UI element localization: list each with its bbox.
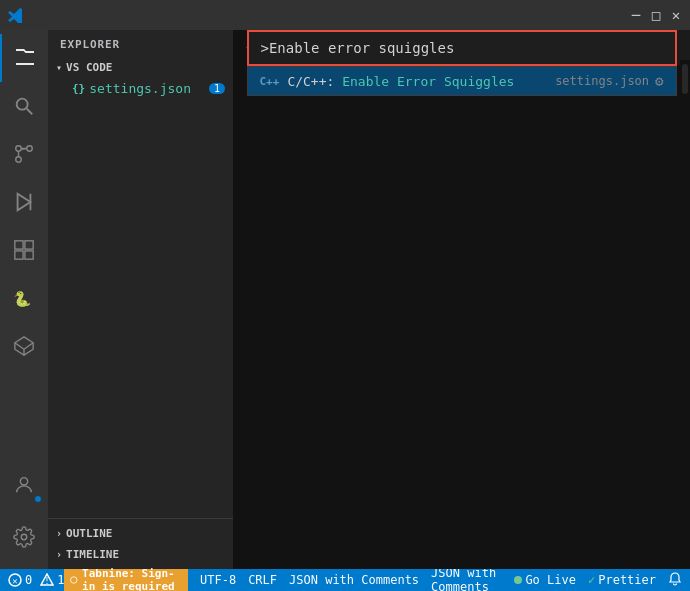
titlebar-controls[interactable]: ─ □ ✕ <box>630 9 682 21</box>
svg-point-3 <box>27 146 33 152</box>
activity-bar-bottom <box>0 461 48 569</box>
timeline-label: TIMELINE <box>66 548 119 561</box>
tabnine-icon <box>70 573 78 587</box>
svg-text:!: ! <box>45 576 50 586</box>
command-input-wrapper <box>247 30 677 66</box>
sidebar-section-label: VS CODE <box>66 61 112 74</box>
status-prettier[interactable]: ✓ Prettier <box>588 573 656 587</box>
error-count: 0 <box>25 573 32 587</box>
tabnine-label: Tabnine: Sign-in is required <box>82 567 182 591</box>
chevron-right-icon: › <box>56 528 62 539</box>
account-badge <box>34 495 42 503</box>
status-warnings[interactable]: ! 1 <box>40 573 64 587</box>
activity-item-run[interactable] <box>0 178 48 226</box>
svg-point-15 <box>21 534 27 540</box>
warning-icon: ! <box>40 573 54 587</box>
warning-count: 1 <box>57 573 64 587</box>
file-badge: 1 <box>209 83 225 94</box>
svg-rect-7 <box>15 241 23 249</box>
activity-item-search[interactable] <box>0 82 48 130</box>
vscode-icon <box>8 7 24 23</box>
sidebar-section-timeline[interactable]: › TIMELINE <box>48 544 233 565</box>
svg-rect-8 <box>25 241 33 249</box>
chevron-right-icon-2: › <box>56 549 62 560</box>
command-palette-input[interactable] <box>249 32 675 64</box>
sidebar-header: EXPLORER <box>48 30 233 55</box>
svg-marker-5 <box>18 194 31 211</box>
status-notifications[interactable] <box>668 572 682 589</box>
go-live-label: Go Live <box>525 573 576 587</box>
outline-label: OUTLINE <box>66 527 112 540</box>
svg-rect-10 <box>25 251 33 259</box>
activity-bar: 🐍 <box>0 30 48 569</box>
svg-point-20 <box>71 577 77 583</box>
editor-area: C++ C/C++: Enable Error Squiggles settin… <box>233 30 690 569</box>
command-results: C++ C/C++: Enable Error Squiggles settin… <box>247 66 677 96</box>
svg-text:✕: ✕ <box>12 576 17 586</box>
status-encoding[interactable]: UTF-8 <box>200 573 236 587</box>
result-context: settings.json <box>555 74 649 88</box>
language-label[interactable]: JSON with Comments <box>431 566 502 591</box>
prettier-check-icon: ✓ <box>588 573 595 587</box>
svg-point-2 <box>16 146 22 152</box>
sidebar-section-outline[interactable]: › OUTLINE <box>48 523 233 544</box>
status-right: Tabnine: Sign-in is required UTF-8 CRLF … <box>64 566 682 591</box>
tabnine-section[interactable]: Tabnine: Sign-in is required <box>64 569 188 591</box>
activity-item-explorer[interactable] <box>0 34 48 82</box>
svg-rect-9 <box>15 251 23 259</box>
svg-point-0 <box>17 99 28 110</box>
activity-item-settings[interactable] <box>0 513 48 561</box>
result-label: C/C++: Enable Error Squiggles <box>287 74 514 89</box>
error-icon: ✕ <box>8 573 22 587</box>
titlebar-left <box>8 7 24 23</box>
sidebar-section-vscode-header[interactable]: ▾ VS CODE <box>48 57 233 78</box>
prettier-label: Prettier <box>598 573 656 587</box>
live-circle-icon <box>514 576 522 584</box>
result-label-prefix: C/C++: <box>287 74 342 89</box>
activity-item-account[interactable] <box>0 461 48 509</box>
status-bar: ✕ 0 ! 1 Tabnine: Sign-in is required UTF… <box>0 569 690 591</box>
main-layout: 🐍 <box>0 30 690 569</box>
command-palette: C++ C/C++: Enable Error Squiggles settin… <box>247 30 677 96</box>
status-errors[interactable]: ✕ 0 <box>8 573 32 587</box>
command-palette-overlay[interactable]: C++ C/C++: Enable Error Squiggles settin… <box>233 30 690 569</box>
chevron-down-icon: ▾ <box>56 62 62 73</box>
result-right: settings.json ⚙ <box>555 73 663 89</box>
sidebar-section-vscode: ▾ VS CODE {} settings.json 1 <box>48 55 233 101</box>
sidebar-bottom: › OUTLINE › TIMELINE <box>48 518 233 569</box>
sidebar-file-settings-json[interactable]: {} settings.json 1 <box>48 78 233 99</box>
maximize-button[interactable]: □ <box>650 9 662 21</box>
status-language[interactable]: JSON with Comments <box>289 573 419 587</box>
svg-point-4 <box>16 157 22 163</box>
activity-item-source-control[interactable] <box>0 130 48 178</box>
minimize-button[interactable]: ─ <box>630 9 642 21</box>
result-cpp-icon: C++ <box>260 75 280 88</box>
result-gear-icon[interactable]: ⚙ <box>655 73 663 89</box>
file-name: settings.json <box>89 81 191 96</box>
svg-text:🐍: 🐍 <box>13 290 32 308</box>
status-go-live[interactable]: Go Live <box>514 573 576 587</box>
status-line-endings[interactable]: CRLF <box>248 573 277 587</box>
svg-point-14 <box>20 478 27 485</box>
svg-line-1 <box>27 109 33 115</box>
file-icon: {} <box>72 82 85 95</box>
titlebar: ─ □ ✕ <box>0 0 690 30</box>
close-button[interactable]: ✕ <box>670 9 682 21</box>
bell-icon <box>668 572 682 586</box>
command-result-item-cpp[interactable]: C++ C/C++: Enable Error Squiggles settin… <box>248 67 676 95</box>
result-label-highlight: Enable Error Squiggles <box>342 74 514 89</box>
activity-item-python[interactable]: 🐍 <box>0 274 48 322</box>
status-left: ✕ 0 ! 1 <box>8 573 64 587</box>
activity-item-package[interactable] <box>0 322 48 370</box>
activity-item-extensions[interactable] <box>0 226 48 274</box>
sidebar: EXPLORER ▾ VS CODE {} settings.json 1 › … <box>48 30 233 569</box>
